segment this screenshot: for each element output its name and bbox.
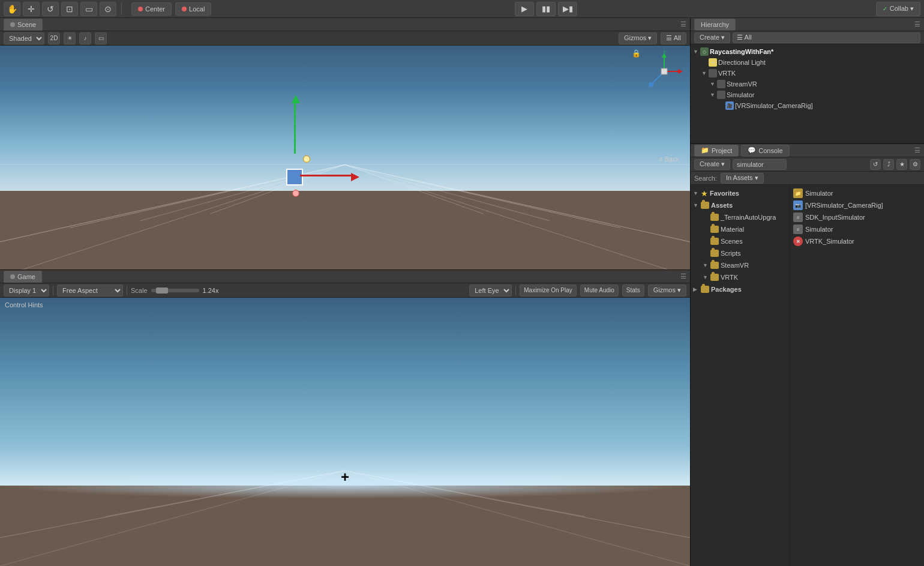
scale-tool-button[interactable]: ⊡ <box>61 2 78 16</box>
move-tool-button[interactable]: ✛ <box>23 2 40 16</box>
assets-folder-icon <box>701 202 709 209</box>
assets-item[interactable]: ▼ Assets <box>691 199 789 211</box>
hand-tool-button[interactable]: ✋ <box>4 2 20 16</box>
hierarchy-search-input[interactable] <box>733 32 920 43</box>
mute-audio-button[interactable]: Mute Audio <box>580 285 619 297</box>
lock-icon[interactable]: 🔒 <box>632 49 641 58</box>
pivot-center-controls: Center Local <box>131 2 211 16</box>
vrtk-folder-icon <box>710 274 719 281</box>
settings-button[interactable]: ⚙ <box>910 159 920 170</box>
aspect-ratio-select[interactable]: Free Aspect <box>57 285 123 297</box>
hierarchy-tab[interactable]: Hierarchy <box>694 19 736 31</box>
tree-item-camrig[interactable]: 🎥 [VRSimulator_CameraRig] <box>716 100 924 111</box>
project-panel: 📁 Project 💬 Console ☰ Create ▾ ↺ ⤴ ★ ⚙ <box>691 144 924 566</box>
favorites-button[interactable]: ★ <box>896 159 907 170</box>
rotate-tool-button[interactable]: ↺ <box>42 2 59 16</box>
packages-label: Packages <box>711 286 742 293</box>
game-viewport[interactable]: Control Hints + <box>0 298 690 566</box>
steamvr-folder-icon <box>710 262 719 269</box>
x-arrow <box>351 173 359 181</box>
scale-slider[interactable] <box>151 289 199 292</box>
control-hints-label: Control Hints <box>5 301 43 309</box>
2d-toggle-button[interactable]: 2D <box>48 32 60 44</box>
game-panel: Game ☰ Display 1 Free Aspect Scale 1.24x <box>0 270 690 566</box>
tree-item-dirlight[interactable]: ☀ Directional Light <box>699 57 924 68</box>
refresh-button[interactable]: ↺ <box>870 159 881 170</box>
transform-tool-button[interactable]: ⊙ <box>100 2 116 16</box>
project-toolbar: Create ▾ ↺ ⤴ ★ ⚙ <box>691 157 924 172</box>
project-create-button[interactable]: Create ▾ <box>694 159 730 170</box>
material-folder-item[interactable]: Material <box>700 223 789 235</box>
selected-object[interactable] <box>286 169 303 185</box>
display-select[interactable]: Display 1 <box>4 285 49 297</box>
project-content: ▼ ★ Favorites ▼ Assets _TerrainAu <box>691 185 924 566</box>
scenes-folder-item[interactable]: Scenes <box>700 235 789 247</box>
streamvr-icon <box>717 80 725 88</box>
shading-mode-select[interactable]: Shaded <box>4 32 44 44</box>
show-in-explorer-button[interactable]: ⤴ <box>883 159 894 170</box>
game-panel-menu-icon[interactable]: ☰ <box>680 272 686 280</box>
step-button[interactable]: ▶▮ <box>558 2 577 16</box>
steamvr-folder-item[interactable]: ▼ SteamVR <box>700 259 789 271</box>
scripts-label: Scripts <box>721 250 741 257</box>
game-gizmos-button[interactable]: Gizmos ▾ <box>648 285 686 297</box>
project-search-input[interactable] <box>733 159 787 170</box>
tree-item-streamvr[interactable]: ▼ StreamVR <box>707 79 924 89</box>
project-tab[interactable]: 📁 Project <box>694 145 739 157</box>
scale-label: Scale <box>131 287 148 294</box>
game-tab-label: Game <box>17 273 35 280</box>
tree-item-root[interactable]: ▼ ◇ RaycastingWithFan* <box>691 46 924 57</box>
play-button[interactable]: ▶ <box>515 2 534 16</box>
center-toggle-button[interactable]: Center <box>131 2 172 16</box>
terrain-folder-icon <box>710 214 719 221</box>
toolbar-sep-game3 <box>515 286 516 295</box>
all-layers-button[interactable]: ☰ All <box>661 32 686 44</box>
collab-label: Collab ▾ <box>890 5 914 13</box>
tree-item-simulator[interactable]: ▼ Simulator <box>707 89 924 100</box>
pause-button[interactable]: ▮▮ <box>536 2 556 16</box>
game-sky <box>0 298 690 486</box>
hierarchy-create-button[interactable]: Create ▾ <box>694 32 730 43</box>
console-tab[interactable]: 💬 Console <box>741 145 789 157</box>
packages-item[interactable]: ▶ Packages <box>691 283 789 295</box>
local-toggle-button[interactable]: Local <box>175 2 211 16</box>
asset-vrtk-simulator[interactable]: ✖ VRTK_Simulator <box>793 235 920 247</box>
simulator-script-label: Simulator <box>805 226 833 233</box>
dirlight-icon: ☀ <box>709 58 717 67</box>
gizmo-widget[interactable]: Y <box>643 50 685 92</box>
vrtk-folder-item[interactable]: ▼ VRTK <box>700 271 789 283</box>
eye-select[interactable]: Left Eye <box>469 285 512 297</box>
in-assets-button[interactable]: In Assets ▾ <box>721 173 764 184</box>
asset-sdk-input[interactable]: # SDK_InputSimulator <box>793 211 920 223</box>
maximize-on-play-button[interactable]: Maximize On Play <box>520 285 577 297</box>
hierarchy-menu-icon[interactable]: ☰ <box>914 20 920 28</box>
project-tab-label: Project <box>712 147 732 154</box>
collab-button[interactable]: ✓ Collab ▾ <box>876 2 920 16</box>
sdk-input-label: SDK_InputSimulator <box>805 214 865 221</box>
asset-simulator-folder[interactable]: 📁 Simulator <box>793 187 920 199</box>
scene-panel-menu-icon[interactable]: ☰ <box>680 20 686 28</box>
rect-tool-button[interactable]: ▭ <box>80 2 97 16</box>
object-handle-bottom[interactable] <box>292 190 299 197</box>
gizmos-button[interactable]: Gizmos ▾ <box>619 32 657 44</box>
scene-viewport[interactable]: ≡ Back Y <box>0 46 690 269</box>
scene-lighting-button[interactable]: ☀ <box>64 32 76 44</box>
scale-slider-thumb[interactable] <box>156 288 168 294</box>
asset-simulator-script[interactable]: # Simulator <box>793 223 920 235</box>
vrtk-simulator-icon: ✖ <box>793 236 803 246</box>
tree-item-vrtk[interactable]: ▼ VRTK <box>699 68 924 79</box>
scene-tab[interactable]: Scene <box>4 19 43 31</box>
favorites-star-icon: ★ <box>701 189 708 198</box>
object-handle-top[interactable] <box>303 155 310 163</box>
favorites-item[interactable]: ▼ ★ Favorites <box>691 187 789 199</box>
game-tab[interactable]: Game <box>4 271 42 283</box>
gizmos-label: Gizmos ▾ <box>624 34 652 42</box>
project-menu-icon[interactable]: ☰ <box>914 146 920 154</box>
scripts-folder-item[interactable]: Scripts <box>700 247 789 259</box>
asset-vr-sim-cam[interactable]: 📷 [VRSimulator_CameraRig] <box>793 199 920 211</box>
scene-audio-button[interactable]: ♪ <box>79 32 91 44</box>
stats-button[interactable]: Stats <box>622 285 644 297</box>
simulator-label: Simulator <box>727 91 754 98</box>
scene-fx-button[interactable]: ▭ <box>95 32 107 44</box>
terrain-folder-item[interactable]: _TerrainAutoUpgra <box>700 211 789 223</box>
